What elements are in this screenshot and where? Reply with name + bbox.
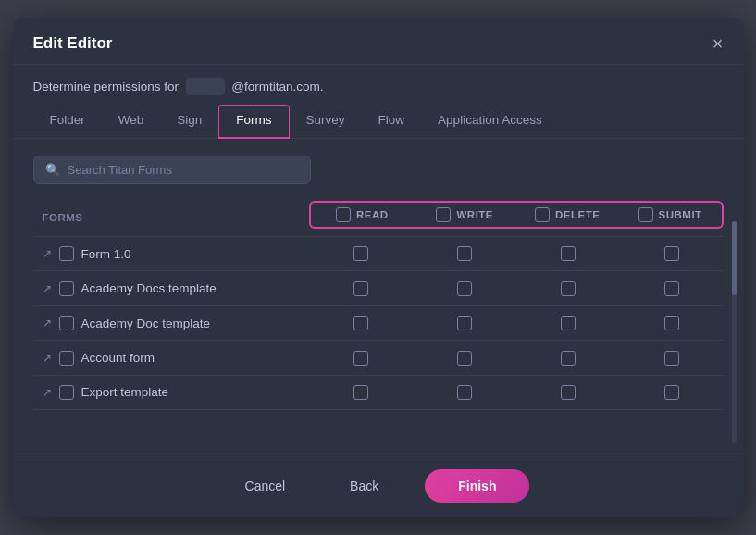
row5-submit-cell: [620, 375, 724, 409]
row5-submit-checkbox[interactable]: [664, 385, 679, 400]
tabs-row: Folder Web Sign Forms Survey Flow Applic…: [13, 105, 744, 139]
row3-read-cell: [309, 305, 413, 340]
form-name-cell: ↗︎ Export template: [33, 375, 309, 409]
col-submit-header: SUBMIT: [619, 207, 722, 222]
external-link-icon[interactable]: ↗︎: [43, 247, 52, 260]
cancel-button[interactable]: Cancel: [227, 471, 304, 501]
tab-survey[interactable]: Survey: [290, 106, 362, 138]
permissions-header-box: READ WRITE DELETE: [309, 201, 724, 229]
tab-flow[interactable]: Flow: [362, 106, 422, 138]
row5-name-checkbox[interactable]: [59, 385, 74, 400]
table-row: ↗︎ Form 1.0: [33, 237, 724, 271]
row4-write-checkbox[interactable]: [457, 351, 472, 366]
row5-delete-checkbox[interactable]: [561, 385, 576, 400]
row5-write-cell: [413, 375, 516, 409]
row5-read-checkbox[interactable]: [353, 385, 368, 400]
external-link-icon[interactable]: ↗︎: [43, 352, 52, 365]
row4-delete-checkbox[interactable]: [561, 351, 576, 366]
modal-title: Edit Editor: [33, 34, 113, 53]
row4-name-checkbox[interactable]: [59, 351, 74, 366]
row1-delete-cell: [516, 237, 620, 271]
permission-subheader: Determine permissions for @formtitan.com…: [13, 65, 744, 95]
row3-read-checkbox[interactable]: [353, 316, 368, 330]
scrollbar-thumb[interactable]: [732, 221, 737, 295]
tab-application-access[interactable]: Application Access: [421, 106, 514, 138]
row4-read-checkbox[interactable]: [353, 351, 368, 366]
row2-write-cell: [413, 271, 516, 305]
submit-header-checkbox[interactable]: [638, 207, 653, 222]
row1-read-checkbox[interactable]: [353, 246, 368, 261]
close-button[interactable]: ×: [713, 34, 724, 53]
tab-sign[interactable]: Sign: [160, 106, 218, 138]
forms-table: FORMS READ WRITE: [33, 201, 724, 410]
row2-delete-cell: [516, 271, 620, 305]
delete-header-checkbox[interactable]: [535, 207, 550, 222]
row3-delete-cell: [516, 305, 620, 340]
row1-read-cell: [309, 237, 413, 271]
row5-read-cell: [309, 375, 413, 409]
external-link-icon[interactable]: ↗︎: [43, 282, 52, 295]
form-name-cell: ↗︎ Form 1.0: [33, 237, 309, 271]
row4-read-cell: [309, 341, 413, 375]
tab-forms[interactable]: Forms: [218, 105, 289, 139]
form-name-cell: ↗︎ Academy Docs template: [33, 271, 309, 305]
row1-write-cell: [413, 237, 516, 271]
read-header-checkbox[interactable]: [336, 207, 351, 222]
external-link-icon[interactable]: ↗︎: [43, 317, 52, 330]
row4-write-cell: [413, 341, 516, 375]
row3-delete-checkbox[interactable]: [561, 316, 576, 330]
row2-submit-checkbox[interactable]: [664, 281, 679, 296]
col-read-header: READ: [311, 207, 414, 222]
external-link-icon[interactable]: ↗︎: [43, 386, 52, 399]
col-forms-header: FORMS: [33, 201, 309, 237]
row1-submit-cell: [620, 237, 724, 271]
row1-write-checkbox[interactable]: [457, 246, 472, 261]
row5-write-checkbox[interactable]: [457, 385, 472, 400]
search-bar: 🔍: [33, 156, 311, 184]
tab-folder[interactable]: Folder: [33, 106, 102, 138]
row1-submit-checkbox[interactable]: [664, 246, 679, 261]
row3-write-cell: [413, 305, 516, 340]
row2-delete-checkbox[interactable]: [561, 281, 576, 296]
row4-delete-cell: [516, 341, 620, 375]
scrollbar-track[interactable]: [732, 221, 737, 443]
row1-delete-checkbox[interactable]: [561, 246, 576, 261]
write-header-checkbox[interactable]: [436, 207, 451, 222]
row5-delete-cell: [516, 375, 620, 409]
table-row: ↗︎ Academy Docs template: [33, 271, 724, 305]
table-row: ↗︎ Export template: [33, 375, 724, 409]
back-button[interactable]: Back: [331, 471, 397, 501]
finish-button[interactable]: Finish: [425, 469, 529, 503]
permission-label: Determine permissions for: [33, 80, 180, 93]
search-input[interactable]: [68, 163, 299, 177]
row2-write-checkbox[interactable]: [457, 281, 472, 296]
table-row: ↗︎ Account form: [33, 341, 724, 375]
row4-submit-checkbox[interactable]: [664, 351, 679, 366]
row2-read-cell: [309, 271, 413, 305]
col-delete-header: DELETE: [516, 207, 619, 222]
row3-name-checkbox[interactable]: [59, 316, 74, 330]
form-name-cell: ↗︎ Account form: [33, 341, 309, 375]
row3-submit-cell: [620, 305, 724, 340]
row4-submit-cell: [620, 341, 724, 375]
row1-name-checkbox[interactable]: [59, 246, 74, 261]
email-domain: @formtitan.com.: [231, 80, 323, 93]
row2-submit-cell: [620, 271, 724, 305]
modal-header: Edit Editor ×: [13, 18, 744, 65]
form-name-cell: ↗︎ Academy Doc template: [33, 305, 309, 340]
col-write-header: WRITE: [414, 207, 516, 222]
modal-footer: Cancel Back Finish: [13, 454, 744, 517]
search-icon: 🔍: [45, 163, 60, 177]
row3-write-checkbox[interactable]: [457, 316, 472, 330]
row2-read-checkbox[interactable]: [353, 281, 368, 296]
email-box: [186, 78, 225, 95]
row3-submit-checkbox[interactable]: [664, 316, 679, 330]
table-row: ↗︎ Academy Doc template: [33, 305, 724, 340]
table-header-row: FORMS READ WRITE: [33, 201, 724, 237]
modal-body: 🔍 FORMS READ WR: [13, 139, 744, 454]
edit-editor-modal: Edit Editor × Determine permissions for …: [13, 18, 744, 517]
tab-web[interactable]: Web: [102, 106, 161, 138]
row2-name-checkbox[interactable]: [59, 281, 74, 296]
